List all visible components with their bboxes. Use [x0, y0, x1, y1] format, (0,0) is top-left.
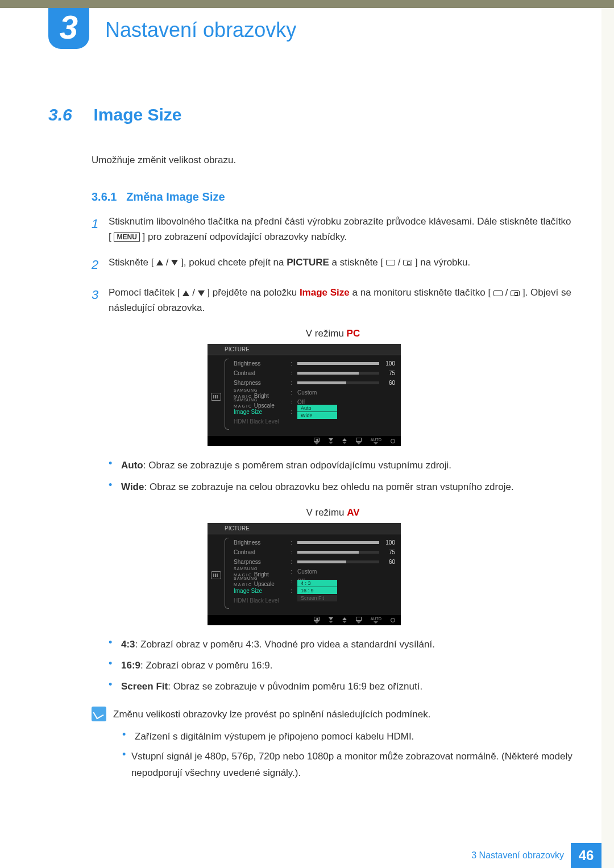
down-arrow-icon — [198, 290, 205, 296]
osd-row-label: Brightness — [234, 539, 291, 546]
section-heading: 3.6 Image Size — [48, 105, 574, 124]
osd-value: 60 — [381, 380, 395, 386]
osd-row-label: Contrast — [234, 370, 291, 376]
step-text: ] přejděte na položku — [207, 287, 300, 298]
option-name: 16:9 — [121, 660, 140, 671]
osd-option: Wide — [297, 412, 337, 419]
osd-value: 75 — [381, 370, 395, 376]
subsection-heading: 3.6.1 Změna Image Size — [92, 190, 574, 203]
picture-keyword: PICTURE — [287, 257, 329, 268]
osd-row-label-active: Image Size — [234, 409, 291, 415]
step-text: a stiskněte [ — [332, 257, 384, 268]
option-desc: : Zobrazí obraz v poměru 16:9. — [140, 660, 272, 671]
note-item: Zařízení s digitálním výstupem je připoj… — [135, 729, 414, 745]
osd-option: 16 : 9 — [297, 587, 337, 594]
osd-nav-enter-icon — [356, 617, 362, 624]
picture-category-icon — [211, 393, 221, 401]
osd-option-selected: Auto — [297, 405, 337, 412]
osd-footer: AUTO — [208, 436, 401, 446]
bullet-icon: • — [109, 479, 121, 495]
enter-icon — [511, 290, 520, 296]
step-body: Stiskněte [ / ], pokud chcete přejít na … — [109, 255, 574, 275]
step-text: ] pro zobrazení odpovídající obrazovky n… — [143, 231, 347, 242]
step-body: Pomocí tlačítek [ / ] přejděte na položk… — [109, 285, 574, 315]
osd-value: Custom — [297, 568, 317, 575]
osd-row-label: Sharpness — [234, 380, 291, 386]
source-icon — [493, 290, 503, 296]
osd-footer: AUTO — [208, 615, 401, 625]
option-name: Screen Fit — [121, 681, 168, 692]
osd-screenshot-pc: PICTURE Brightness:100 Contrast:75 Sharp… — [208, 344, 401, 446]
mode-name: PC — [347, 328, 360, 339]
up-arrow-icon — [156, 260, 163, 265]
step-number: 1 — [92, 214, 109, 244]
bullet-icon: • — [109, 679, 121, 694]
osd-row-label-active: Image Size — [234, 588, 291, 594]
osd-option-selected: 4 : 3 — [297, 580, 337, 587]
osd-row-label: Sharpness — [234, 559, 291, 565]
osd-row-label: Contrast — [234, 549, 291, 555]
osd-side-icon-col — [208, 534, 225, 617]
osd-nav-down-icon — [329, 438, 333, 444]
mode-label-av: V režimu AV — [92, 507, 574, 518]
option-name: Wide — [121, 481, 144, 492]
osd-row-label: Brightness — [234, 360, 291, 367]
osd-nav-auto-icon: AUTO — [371, 438, 381, 445]
osd-nav-up-icon — [342, 617, 347, 623]
osd-nav-power-icon — [391, 618, 395, 622]
step-text: Stiskněte [ — [109, 257, 154, 268]
bullet-icon: • — [109, 458, 121, 473]
page-footer: 3 Nastavení obrazovky 46 — [0, 843, 601, 868]
chapter-number-badge: 3 — [48, 8, 89, 49]
step-text: Pomocí tlačítek [ — [109, 287, 180, 298]
osd-row-label: SAMSUNGMAGIC Upscale — [234, 396, 291, 409]
pc-options-list: •Auto: Obraz se zobrazuje s poměrem stra… — [109, 458, 574, 494]
osd-bracket-line — [225, 359, 229, 430]
note-block: Změnu velikosti obrazovky lze provést po… — [92, 707, 574, 785]
down-arrow-icon — [171, 260, 178, 265]
osd-nav-up-icon — [342, 438, 347, 444]
option-name: Auto — [121, 460, 143, 471]
step-text: a na monitoru stiskněte tlačítko [ — [352, 287, 491, 298]
mode-name: AV — [347, 507, 359, 518]
subsection-title: Změna Image Size — [126, 190, 225, 203]
image-size-keyword: Image Size — [300, 287, 350, 298]
right-accent-bar — [601, 8, 614, 868]
picture-category-icon — [211, 571, 221, 579]
av-options-list: •4:3: Zobrazí obraz v poměru 4:3. Vhodné… — [109, 637, 574, 695]
step-2: 2 Stiskněte [ / ], pokud chcete přejít n… — [92, 255, 574, 275]
enter-icon — [403, 260, 412, 265]
osd-nav-left-icon — [314, 438, 320, 445]
section-intro: Umožňuje změnit velikost obrazu. — [92, 153, 574, 168]
subsection-number: 3.6.1 — [92, 190, 117, 203]
osd-nav-auto-icon: AUTO — [371, 617, 381, 624]
option-desc: : Obraz se zobrazuje na celou obrazovku … — [144, 481, 513, 492]
osd-row-label: SAMSUNGMAGIC Upscale — [234, 575, 291, 587]
bullet-icon: • — [122, 729, 135, 745]
footer-chapter-ref: 3 Nastavení obrazovky — [471, 850, 564, 861]
osd-nav-left-icon — [314, 617, 320, 624]
step-number: 2 — [92, 255, 109, 275]
osd-bracket-line — [225, 538, 229, 609]
step-number: 3 — [92, 285, 109, 315]
osd-value: 100 — [381, 539, 395, 546]
note-lead: Změnu velikosti obrazovky lze provést po… — [113, 707, 574, 723]
osd-value: 75 — [381, 549, 395, 555]
osd-value: 100 — [381, 360, 395, 367]
step-body: Stisknutím libovolného tlačítka na předn… — [109, 214, 574, 244]
osd-row-label-disabled: HDMI Black Level — [234, 597, 291, 604]
mode-prefix: V režimu — [306, 328, 347, 339]
step-1: 1 Stisknutím libovolného tlačítka na pře… — [92, 214, 574, 244]
top-accent-bar — [0, 0, 614, 8]
note-icon — [92, 707, 106, 721]
section-title: Image Size — [93, 105, 181, 124]
osd-title: PICTURE — [225, 346, 250, 352]
osd-side-icon-col — [208, 355, 225, 438]
option-name: 4:3 — [121, 639, 135, 650]
option-desc: : Obraz se zobrazuje v původním poměru 1… — [168, 681, 422, 692]
osd-nav-enter-icon — [356, 438, 362, 445]
page-number: 46 — [571, 843, 601, 868]
osd-header: PICTURE — [208, 523, 401, 534]
menu-button-icon: MENU — [114, 232, 139, 242]
chapter-title: Nastavení obrazovky — [105, 18, 296, 42]
